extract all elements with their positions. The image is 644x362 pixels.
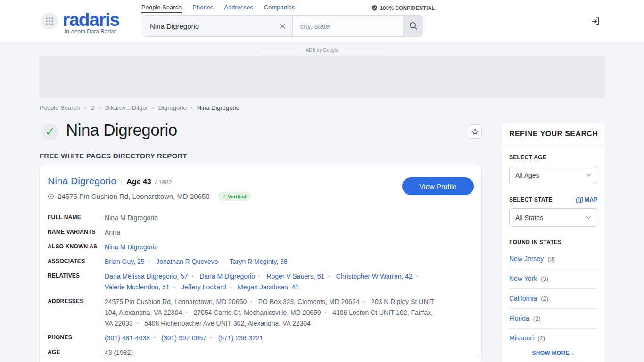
location-pin-icon: [48, 193, 54, 200]
phone-link[interactable]: (571) 236-3221: [218, 334, 264, 342]
relative-link[interactable]: Megan Jacobsen, 41: [238, 283, 299, 291]
select-age-label: SELECT AGE: [509, 154, 597, 161]
phone-link[interactable]: (301) 997-0057: [161, 334, 216, 342]
address-item: 5408 Richenbacher Ave UNIT 302, Alexandr…: [144, 320, 311, 327]
value-name-variants: Anna: [105, 225, 435, 240]
breadcrumb-letter[interactable]: D: [90, 104, 94, 111]
sidebar-body: SELECT AGE All Ages SELECT STATE MAP All…: [502, 144, 605, 356]
grid-icon: [45, 16, 54, 26]
associate-link[interactable]: Jonathan R Quevevo: [156, 258, 228, 265]
view-profile-button[interactable]: View Profile: [402, 177, 474, 195]
relative-link[interactable]: Dana Melissa Digregorio, 57: [105, 272, 198, 280]
name-field-wrap: [142, 16, 293, 36]
person-birth-year: / 1982: [155, 179, 172, 186]
state-row-new-york[interactable]: New York (3): [509, 269, 597, 289]
select-state-label: SELECT STATE: [509, 197, 553, 203]
value-also-known-as: Nina M Digregorio: [105, 240, 435, 255]
breadcrumb-separator: ›: [84, 105, 86, 111]
age-select[interactable]: All Ages: [509, 166, 597, 184]
next-person-card: [39, 357, 482, 362]
map-icon: [576, 197, 583, 203]
breadcrumb-people-search[interactable]: People Search: [40, 104, 80, 111]
state-count: (2): [541, 295, 548, 302]
ads-divider: ADS by Google: [0, 48, 644, 53]
relative-link[interactable]: Valerie Mcclendon, 51: [105, 283, 179, 291]
label-phones: PHONES: [48, 331, 105, 346]
person-age: Age 43: [126, 178, 151, 186]
state-link[interactable]: California: [509, 295, 537, 302]
relative-link[interactable]: Jeffery Lockard: [181, 283, 236, 291]
state-link[interactable]: Missouri: [509, 334, 534, 342]
map-label: MAP: [585, 197, 597, 203]
breadcrumb-range[interactable]: Dikarev…Dilger: [105, 104, 148, 111]
state-row-california[interactable]: California (2): [509, 289, 597, 309]
report-heading: FREE WHITE PAGES DIRECTORY REPORT: [40, 152, 187, 160]
state-row-florida[interactable]: Florida (2): [509, 309, 597, 329]
name-search-input[interactable]: [149, 22, 277, 31]
address-item: PO Box 323, Clements, MD 20624: [258, 298, 369, 305]
search-icon: [409, 21, 418, 31]
breadcrumb-separator: ›: [191, 105, 193, 111]
ads-line-right: [344, 50, 385, 50]
value-associates: Brian Guy, 25 Jonathan R Quevevo Taryn R…: [105, 255, 435, 269]
page-title: Nina Digregorio: [66, 121, 177, 140]
state-link[interactable]: New York: [509, 275, 537, 282]
state-count: (2): [533, 315, 541, 322]
select-state-row: SELECT STATE MAP: [509, 197, 597, 203]
age-select-value: All Ages: [515, 172, 539, 179]
value-relatives: Dana Melissa Digregorio, 57 Dana M Digre…: [105, 269, 435, 295]
address-item: 24575 Pin Cushion Rd, Leonardtown, MD 20…: [105, 298, 256, 305]
location-search-input[interactable]: [299, 22, 396, 31]
chevron-down-icon: [586, 173, 591, 177]
tab-people-search[interactable]: People Search: [141, 4, 182, 13]
search-submit-button[interactable]: [403, 16, 423, 36]
state-link[interactable]: Florida: [509, 314, 529, 322]
location-field-wrap: [293, 16, 403, 36]
tab-addresses[interactable]: Addresses: [224, 4, 253, 13]
state-row-missouri[interactable]: Missouri (2): [509, 329, 597, 348]
show-more-button[interactable]: SHOW MORE↓: [509, 349, 597, 356]
state-count: (3): [541, 275, 548, 282]
ads-line-left: [259, 50, 300, 50]
person-name-link[interactable]: Nina Digregorio: [48, 175, 116, 187]
refine-search-sidebar: REFINE YOUR SEARCH SELECT AGE All Ages S…: [502, 123, 605, 362]
state-count: (3): [547, 255, 555, 263]
breadcrumb-surname[interactable]: Digregorio: [158, 104, 187, 111]
radaris-logo[interactable]: radaris: [63, 10, 119, 29]
sign-in-button[interactable]: [589, 15, 602, 28]
state-select-value: All States: [515, 214, 543, 222]
phone-link[interactable]: (301) 481-4638: [105, 334, 159, 342]
state-link[interactable]: New Jersey: [509, 255, 544, 263]
map-link[interactable]: MAP: [576, 197, 597, 203]
relative-link[interactable]: Dana M Digregorio: [199, 272, 264, 280]
apps-grid-button[interactable]: [41, 13, 58, 30]
tab-phones[interactable]: Phones: [192, 4, 213, 13]
breadcrumb-separator: ›: [152, 105, 154, 111]
breadcrumb: People Search › D › Dikarev…Dilger › Dig…: [40, 104, 239, 111]
state-row-new-jersey[interactable]: New Jersey (3): [509, 249, 597, 269]
relative-link[interactable]: Roger V Sauers, 61: [266, 272, 334, 280]
verified-check-circle: ✓: [41, 123, 58, 140]
star-icon: [471, 128, 479, 136]
state-select[interactable]: All States: [509, 208, 597, 227]
states-list: New Jersey (3) New York (3) California (…: [509, 249, 597, 348]
sign-in-icon: [590, 16, 601, 26]
shield-check-icon: [372, 5, 378, 11]
breadcrumb-current: Nina Digregorio: [197, 104, 239, 111]
tab-companies[interactable]: Companies: [264, 4, 295, 13]
label-associates: ASSOCIATES: [48, 255, 105, 269]
address-item: 27054 Carrie Ct, Mechanicsville, MD 2065…: [194, 309, 331, 316]
associate-link[interactable]: Taryn R Mcginty, 38: [230, 258, 288, 265]
close-icon: [280, 23, 286, 29]
bookmark-button[interactable]: [468, 124, 482, 139]
associate-link[interactable]: Brian Guy, 25: [105, 258, 154, 265]
clear-name-button[interactable]: [277, 21, 288, 31]
relative-link[interactable]: Christopher W Warren, 42: [336, 272, 422, 280]
primary-address-text: 24575 Pin Cushion Rd, Leonardtown, MD 20…: [58, 192, 210, 200]
verified-label: Verified: [228, 194, 247, 199]
aka-link[interactable]: Nina M Digregorio: [105, 243, 158, 251]
value-phones: (301) 481-4638 (301) 997-0057 (571) 236-…: [105, 331, 435, 346]
confidential-label: 100% CONFIDENTIAL: [380, 5, 435, 11]
label-addresses: ADDRESSES: [48, 295, 105, 331]
chevron-down-icon: [586, 216, 591, 219]
